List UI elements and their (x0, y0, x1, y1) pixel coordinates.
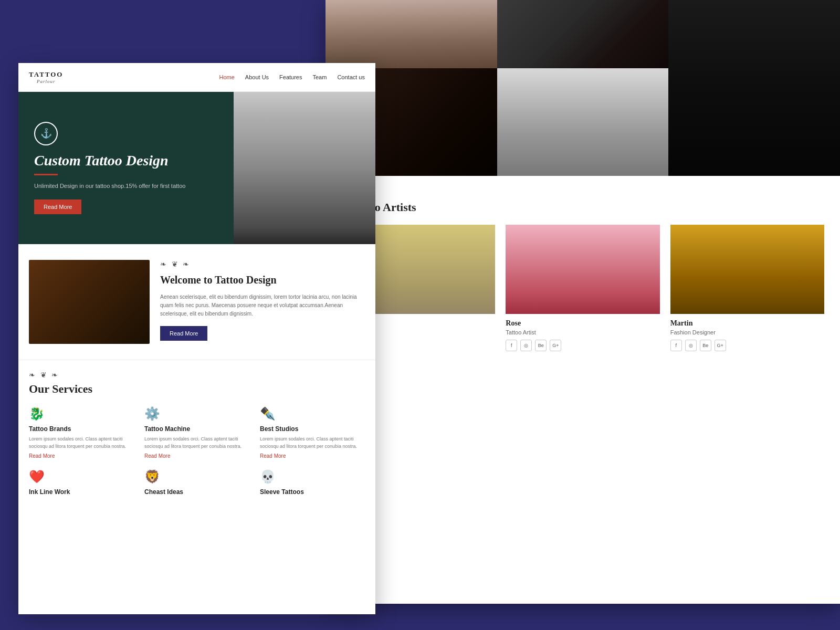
artist-card-martin: Martin Fashion Designer f ◎ Be G+ (670, 225, 824, 351)
nav-contact[interactable]: Contact us (337, 74, 365, 80)
social-google-martin[interactable]: G+ (715, 340, 726, 351)
services-section: ❧ ❦ ❧ Our Services 🐉 Tattoo Brands Lorem… (18, 360, 375, 509)
social-instagram-martin[interactable]: ◎ (685, 340, 697, 351)
service-icon-brands: 🐉 (29, 406, 134, 421)
service-name-machine: Tattoo Machine (144, 425, 249, 433)
hero-cta-button[interactable]: Read More (34, 200, 81, 214)
gallery-grid (326, 0, 840, 176)
service-icon-machine: ⚙️ (144, 406, 249, 421)
artists-grid: Rose Tattoo Artist f ◎ Be G+ Martin Fash… (341, 225, 824, 351)
logo-subtitle: Parlour (37, 79, 56, 84)
nav-home[interactable]: Home (219, 74, 234, 80)
main-header: TATTOO Parlour Home About Us Features Te… (18, 63, 375, 92)
main-card: TATTOO Parlour Home About Us Features Te… (18, 63, 375, 614)
artist-photo-martin (670, 225, 824, 314)
welcome-image (29, 260, 150, 344)
welcome-description: Aenean scelerisque, elit eu bibendum dig… (160, 293, 365, 318)
logo-title: TATTOO (29, 70, 63, 79)
hero-anchor-icon: ⚓ (34, 122, 58, 145)
hero-underline (34, 174, 58, 175)
social-facebook-rose[interactable]: f (506, 340, 517, 351)
artist-social-rose: f ◎ Be G+ (506, 340, 659, 351)
artist-role-martin: Fashion Designer (670, 329, 824, 335)
artists-ornament: ❧ ❦ ❧ (341, 189, 824, 198)
service-desc-studios: Lorem ipsum sodales orci. Class aptent t… (260, 436, 365, 450)
service-item-machine: ⚙️ Tattoo Machine Lorem ipsum sodales or… (144, 406, 249, 459)
artist-name-rose: Rose (506, 319, 659, 328)
artist-social-martin: f ◎ Be G+ (670, 340, 824, 351)
social-instagram-rose[interactable]: ◎ (520, 340, 532, 351)
social-google-rose[interactable]: G+ (550, 340, 561, 351)
services-grid: 🐉 Tattoo Brands Lorem ipsum sodales orci… (29, 406, 365, 499)
service-icon-sleeve: 💀 (260, 469, 365, 484)
welcome-section: ❧ ❦ ❧ Welcome to Tattoo Design Aenean sc… (18, 244, 375, 360)
service-link-machine[interactable]: Read More (144, 453, 249, 459)
service-item-sleeve: 💀 Sleeve Tattoos (260, 469, 365, 499)
welcome-title: Welcome to Tattoo Design (160, 273, 365, 287)
social-behance-martin[interactable]: Be (700, 340, 711, 351)
gallery-cell-white-hair (497, 68, 669, 176)
hero-section: ⚓ Custom Tattoo Design Unlimited Design … (18, 92, 375, 244)
service-name-studios: Best Studios (260, 425, 365, 433)
gallery-cell-needle (497, 0, 669, 68)
nav-features[interactable]: Features (279, 74, 302, 80)
gallery-cell-woman (326, 0, 497, 68)
services-title: Our Services (29, 382, 365, 396)
artist-name-martin: Martin (670, 319, 824, 328)
logo: TATTOO Parlour (29, 70, 63, 84)
service-name-cheast: Cheast Ideas (144, 488, 249, 496)
gallery-cell-back-large (668, 0, 840, 176)
service-item-brands: 🐉 Tattoo Brands Lorem ipsum sodales orci… (29, 406, 134, 459)
nav-team[interactable]: Team (313, 74, 327, 80)
hero-image (234, 92, 375, 244)
service-name-inkline: Ink Line Work (29, 488, 134, 496)
service-icon-studios: ✒️ (260, 406, 365, 421)
hero-title: Custom Tattoo Design (34, 152, 217, 170)
welcome-image-inner (29, 260, 150, 344)
hero-content: ⚓ Custom Tattoo Design Unlimited Design … (18, 106, 233, 230)
artist-photo-rose (506, 225, 659, 314)
welcome-text: ❧ ❦ ❧ Welcome to Tattoo Design Aenean sc… (160, 260, 365, 341)
secondary-card: ❧ ❦ ❧ r Tattoo Artists Rose Tattoo Artis… (326, 0, 840, 604)
social-behance-rose[interactable]: Be (535, 340, 547, 351)
artists-section-title: r Tattoo Artists (341, 201, 824, 214)
main-nav: Home About Us Features Team Contact us (219, 74, 365, 80)
service-link-brands[interactable]: Read More (29, 453, 134, 459)
service-name-sleeve: Sleeve Tattoos (260, 488, 365, 496)
service-item-cheast: 🦁 Cheast Ideas (144, 469, 249, 499)
service-link-studios[interactable]: Read More (260, 453, 365, 459)
social-facebook-martin[interactable]: f (670, 340, 682, 351)
artists-section: ❧ ❦ ❧ r Tattoo Artists Rose Tattoo Artis… (326, 176, 840, 364)
service-item-inkline: ❤️ Ink Line Work (29, 469, 134, 499)
service-icon-inkline: ❤️ (29, 469, 134, 484)
welcome-ornament: ❧ ❦ ❧ (160, 260, 365, 269)
service-icon-cheast: 🦁 (144, 469, 249, 484)
service-desc-brands: Lorem ipsum sodales orci. Class aptent t… (29, 436, 134, 450)
service-desc-machine: Lorem ipsum sodales orci. Class aptent t… (144, 436, 249, 450)
services-ornament: ❧ ❦ ❧ (29, 371, 365, 380)
service-name-brands: Tattoo Brands (29, 425, 134, 433)
nav-about[interactable]: About Us (245, 74, 269, 80)
artist-role-rose: Tattoo Artist (506, 329, 659, 335)
artist-card-rose: Rose Tattoo Artist f ◎ Be G+ (506, 225, 659, 351)
welcome-cta-button[interactable]: Read More (160, 326, 207, 341)
hero-description: Unlimited Design in our tattoo shop.15% … (34, 182, 217, 191)
service-item-studios: ✒️ Best Studios Lorem ipsum sodales orci… (260, 406, 365, 459)
